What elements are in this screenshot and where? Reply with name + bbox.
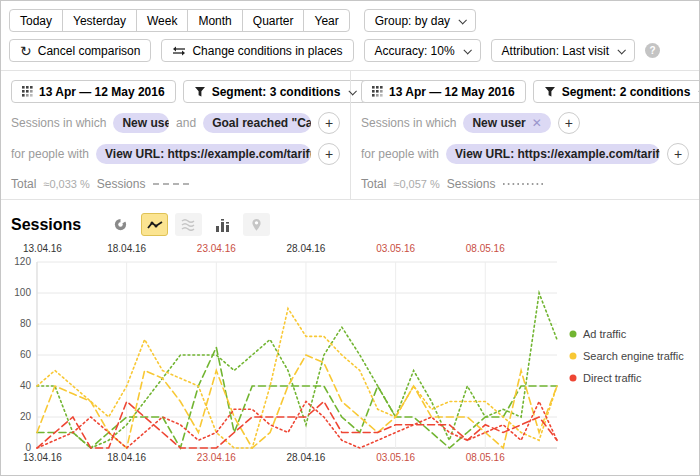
add-condition-button[interactable]: + bbox=[318, 112, 340, 134]
segment-label: Segment: 2 conditions bbox=[562, 85, 691, 99]
chevron-down-icon bbox=[617, 46, 625, 54]
map-pin-icon[interactable] bbox=[243, 213, 270, 236]
analytics-widget: Today Yesterday Week Month Quarter Year … bbox=[0, 0, 700, 476]
sessions-conditions-row: Sessions in which New user ✕ and Goal re… bbox=[11, 112, 340, 134]
y-axis-tick-label: 20 bbox=[20, 411, 32, 422]
total-label: Total bbox=[361, 177, 386, 191]
y-axis-tick-label: 100 bbox=[14, 287, 31, 298]
segment-panel-b: 13 Apr — 12 May 2016 Segment: 2 conditio… bbox=[350, 71, 699, 199]
add-condition-button[interactable]: + bbox=[318, 143, 340, 165]
chip-label: View URL: https://example.com/tariff/* bbox=[105, 147, 311, 161]
chip-label: View URL: https://example.com/tariff/* bbox=[455, 147, 660, 161]
x-axis-top-label: 28.04.16 bbox=[286, 243, 325, 254]
stacked-area-chart-icon[interactable] bbox=[175, 213, 202, 236]
date-range-label: 13 Apr — 12 May 2016 bbox=[39, 85, 165, 99]
total-value: ≈0,057 % bbox=[393, 178, 439, 190]
condition-chip-view-url[interactable]: View URL: https://example.com/tariff/* c… bbox=[446, 144, 660, 164]
series-line-direct-traffic-A bbox=[37, 402, 557, 449]
y-axis-tick-label: 60 bbox=[20, 349, 32, 360]
x-axis-bottom-label: 08.05.16 bbox=[466, 452, 505, 463]
segment-b-controls: 13 Apr — 12 May 2016 Segment: 2 conditio… bbox=[361, 80, 689, 103]
chevron-down-icon bbox=[459, 16, 467, 24]
pie-chart-icon[interactable] bbox=[107, 213, 134, 236]
attribution-dropdown[interactable]: Attribution: Last visit bbox=[491, 39, 635, 62]
group-by-label: Group: by day bbox=[375, 14, 450, 28]
total-metric: Sessions bbox=[447, 177, 496, 191]
x-axis-top-label: 08.05.16 bbox=[466, 243, 505, 254]
segment-control: Segment: 2 conditions ✕ bbox=[533, 80, 700, 103]
people-conditions-row: for people with View URL: https://exampl… bbox=[361, 143, 689, 165]
period-today-button[interactable]: Today bbox=[9, 9, 63, 32]
legend-label[interactable]: Ad traffic bbox=[583, 328, 627, 340]
comparison-panels: 13 Apr — 12 May 2016 Segment: 3 conditio… bbox=[1, 70, 699, 200]
accuracy-label: Accuracy: 10% bbox=[375, 44, 455, 58]
for-people-with-label: for people with bbox=[11, 147, 89, 161]
help-icon[interactable]: ? bbox=[645, 43, 660, 58]
total-label: Total bbox=[11, 177, 36, 191]
x-axis-bottom-label: 28.04.16 bbox=[286, 452, 325, 463]
date-range-button[interactable]: 13 Apr — 12 May 2016 bbox=[11, 80, 176, 103]
chip-label: New user bbox=[122, 116, 169, 130]
sessions-title: Sessions bbox=[11, 216, 81, 234]
comparison-toolbar: ↻ Cancel comparison Change conditions in… bbox=[1, 32, 699, 62]
y-axis-tick-label: 80 bbox=[20, 318, 32, 329]
calendar-grid-icon bbox=[372, 86, 383, 97]
date-range-button[interactable]: 13 Apr — 12 May 2016 bbox=[361, 80, 526, 103]
period-selector: Today Yesterday Week Month Quarter Year bbox=[9, 9, 350, 32]
legend-dot bbox=[570, 375, 577, 382]
line-chart-icon[interactable] bbox=[141, 213, 168, 236]
total-row: Total ≈0,057 % Sessions bbox=[361, 177, 689, 191]
line-style-sample-dotted bbox=[502, 181, 546, 187]
cancel-comparison-label: Cancel comparison bbox=[38, 44, 141, 58]
sessions-in-which-label: Sessions in which bbox=[11, 116, 106, 130]
add-condition-button[interactable]: + bbox=[558, 112, 580, 134]
sessions-in-which-label: Sessions in which bbox=[361, 116, 456, 130]
group-by-dropdown[interactable]: Group: by day bbox=[364, 9, 476, 32]
filter-funnel-icon bbox=[544, 86, 556, 98]
period-month-button[interactable]: Month bbox=[187, 9, 242, 32]
x-axis-top-label: 03.05.16 bbox=[376, 243, 415, 254]
legend-dot bbox=[570, 353, 577, 360]
chip-label: New user bbox=[472, 116, 525, 130]
y-axis-tick-label: 40 bbox=[20, 380, 32, 391]
sessions-chart: 02040608010012013.04.1613.04.1618.04.161… bbox=[1, 242, 699, 470]
column-chart-icon[interactable] bbox=[209, 213, 236, 236]
period-year-button[interactable]: Year bbox=[303, 9, 349, 32]
condition-chip-new-user[interactable]: New user ✕ bbox=[463, 113, 550, 133]
segment-dropdown[interactable]: Segment: 3 conditions bbox=[183, 80, 367, 103]
total-value: ≈0,033 % bbox=[43, 178, 89, 190]
x-axis-bottom-label: 13.04.16 bbox=[23, 452, 62, 463]
refresh-icon: ↻ bbox=[20, 44, 32, 58]
series-line-direct-traffic-B bbox=[37, 402, 557, 449]
chip-close-icon[interactable]: ✕ bbox=[532, 116, 542, 130]
accuracy-dropdown[interactable]: Accuracy: 10% bbox=[364, 39, 481, 62]
condition-chip-goal[interactable]: Goal reached "Calculator" ✕ bbox=[203, 113, 311, 133]
x-axis-bottom-label: 23.04.16 bbox=[197, 452, 236, 463]
x-axis-top-label: 13.04.16 bbox=[23, 243, 62, 254]
date-range-label: 13 Apr — 12 May 2016 bbox=[389, 85, 515, 99]
people-conditions-row: for people with View URL: https://exampl… bbox=[11, 143, 340, 165]
x-axis-top-label: 23.04.16 bbox=[197, 243, 236, 254]
x-axis-bottom-label: 03.05.16 bbox=[376, 452, 415, 463]
period-week-button[interactable]: Week bbox=[136, 9, 188, 32]
legend-label[interactable]: Direct traffic bbox=[583, 372, 642, 384]
x-axis-bottom-label: 18.04.16 bbox=[107, 452, 146, 463]
sessions-header: Sessions bbox=[1, 200, 699, 242]
period-yesterday-button[interactable]: Yesterday bbox=[62, 9, 137, 32]
period-quarter-button[interactable]: Quarter bbox=[242, 9, 305, 32]
cancel-comparison-button[interactable]: ↻ Cancel comparison bbox=[9, 39, 151, 62]
change-conditions-button[interactable]: Change conditions in places bbox=[161, 39, 353, 62]
calendar-grid-icon bbox=[22, 86, 33, 97]
condition-chip-new-user[interactable]: New user ✕ bbox=[113, 113, 169, 133]
total-metric: Sessions bbox=[97, 177, 146, 191]
for-people-with-label: for people with bbox=[361, 147, 439, 161]
legend-label[interactable]: Search engine traffic bbox=[583, 350, 684, 362]
total-row: Total ≈0,033 % Sessions bbox=[11, 177, 340, 191]
and-label: and bbox=[176, 116, 196, 130]
legend-dot bbox=[570, 331, 577, 338]
condition-chip-view-url[interactable]: View URL: https://example.com/tariff/* c… bbox=[96, 144, 311, 164]
segment-dropdown[interactable]: Segment: 2 conditions bbox=[533, 80, 700, 103]
add-condition-button[interactable]: + bbox=[667, 143, 689, 165]
period-toolbar: Today Yesterday Week Month Quarter Year … bbox=[1, 1, 699, 32]
line-style-sample-dashed bbox=[152, 181, 192, 187]
